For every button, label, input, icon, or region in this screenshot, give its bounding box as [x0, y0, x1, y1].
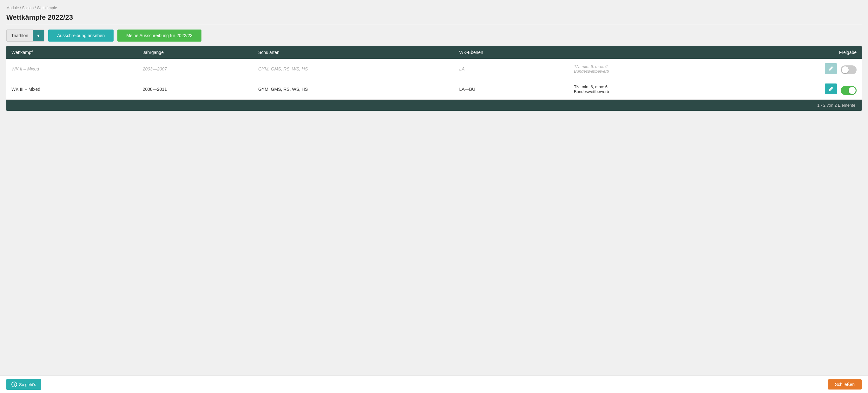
- toolbar: Triathlon ▼ Ausschreibung ansehen Meine …: [6, 30, 862, 41]
- meine-ausschreibung-button[interactable]: Meine Ausschreibung für 2022/23: [117, 30, 202, 41]
- cell-schularten: GYM, GMS, RS, WS, HS: [253, 79, 454, 99]
- cell-extra: TN: min: 6, max: 6Bundeswettbewerb: [569, 79, 721, 99]
- table-header-row: Wettkampf Jahrgänge Schularten WK-Ebenen…: [6, 46, 862, 59]
- edit-button[interactable]: [825, 84, 837, 94]
- col-header-wettkampf: Wettkampf: [6, 46, 138, 59]
- col-header-schularten: Schularten: [253, 46, 454, 59]
- col-header-wk-ebenen: WK-Ebenen: [454, 46, 568, 59]
- cell-freigabe: [721, 79, 862, 99]
- table-row: WK III – Mixed 2008—2011 GYM, GMS, RS, W…: [6, 79, 862, 99]
- sport-select[interactable]: Triathlon ▼: [6, 30, 44, 41]
- table-row: WK II – Mixed 2003—2007 GYM, GMS, RS, WS…: [6, 59, 862, 79]
- cell-wk-ebenen: LA: [454, 59, 568, 79]
- cell-wettkampf: WK II – Mixed: [6, 59, 138, 79]
- cell-freigabe: [721, 59, 862, 79]
- cell-jahrgange: 2008—2011: [138, 79, 253, 99]
- cell-wk-ebenen: LA—BU: [454, 79, 568, 99]
- wettkampf-table: Wettkampf Jahrgänge Schularten WK-Ebenen…: [6, 46, 862, 111]
- col-header-freigabe: Freigabe: [721, 46, 862, 59]
- page-title: Wettkämpfe 2022/23: [6, 13, 862, 25]
- col-header-extra: [569, 46, 721, 59]
- cell-schularten: GYM, GMS, RS, WS, HS: [253, 59, 454, 79]
- cell-wettkampf: WK III – Mixed: [6, 79, 138, 99]
- select-label: Triathlon: [7, 33, 33, 38]
- breadcrumb: Module / Saison / Wettkämpfe: [6, 3, 862, 10]
- select-arrow-icon[interactable]: ▼: [33, 30, 44, 41]
- col-header-jahrgange: Jahrgänge: [138, 46, 253, 59]
- edit-button[interactable]: [825, 63, 837, 74]
- close-button[interactable]: Schließen: [828, 380, 862, 390]
- info-button[interactable]: i So geht's: [6, 379, 41, 390]
- cell-jahrgange: 2003—2007: [138, 59, 253, 79]
- table-footer: 1 - 2 von 2 Elemente: [6, 100, 862, 111]
- info-label: So geht's: [19, 382, 36, 387]
- info-icon: i: [11, 382, 17, 387]
- bottom-bar: i So geht's Schließen: [0, 375, 868, 393]
- toggle-switch[interactable]: [841, 86, 857, 95]
- cell-extra: TN: min: 6, max: 6Bundeswettbewerb: [569, 59, 721, 79]
- view-ausschreibung-button[interactable]: Ausschreibung ansehen: [48, 30, 114, 41]
- pagination-text: 1 - 2 von 2 Elemente: [817, 103, 855, 108]
- toggle-switch[interactable]: [841, 65, 857, 74]
